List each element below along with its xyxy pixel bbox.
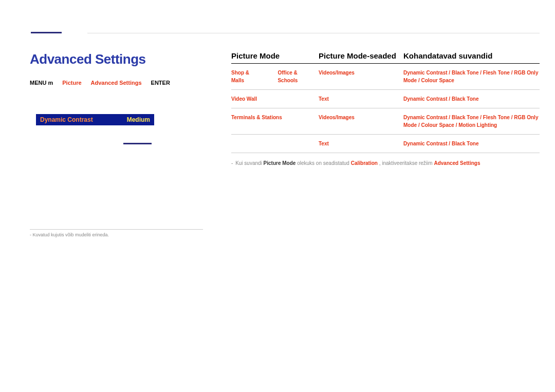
th-picture-mode-seaded: Picture Mode-seaded	[319, 51, 403, 60]
cell-c3: Dynamic Contrast / Black Tone	[403, 140, 540, 147]
note-picture-mode: Picture Mode	[264, 160, 296, 166]
note-text-2: olekuks on seadistatud	[297, 160, 351, 166]
table-row: Terminals & Stations Videos/Images Dynam…	[231, 108, 540, 135]
cell-c2: Text	[319, 140, 403, 147]
cell-c3: Dynamic Contrast / Black Tone / Flesh To…	[403, 69, 540, 84]
bullet-icon: -	[231, 160, 233, 166]
table-body: Shop & Malls Office & Schools Videos/Ima…	[231, 64, 540, 153]
th-picture-mode: Picture Mode	[231, 51, 319, 60]
page-title: Advanced Settings	[30, 51, 146, 67]
setting-label: Dynamic Contrast	[40, 116, 93, 123]
table-row: Video Wall Text Dynamic Contrast / Black…	[231, 90, 540, 108]
cell-c2: Videos/Images	[319, 114, 403, 129]
cell-c2: Text	[319, 95, 403, 103]
table-row: Text Dynamic Contrast / Black Tone	[231, 135, 540, 153]
note-text-1: Kui suvandi	[235, 160, 263, 166]
accent-bar-small	[123, 143, 152, 144]
cell-c1a: Terminals & Stations	[231, 114, 282, 129]
breadcrumb: MENU m Picture Advanced Settings ENTER	[30, 80, 170, 86]
table-header: Picture Mode Picture Mode-seaded Kohanda…	[231, 51, 540, 64]
note-text-3: , inaktiveeritakse režiim	[379, 160, 434, 166]
breadcrumb-advanced: Advanced Settings	[91, 80, 142, 86]
cell-c3: Dynamic Contrast / Black Tone	[403, 95, 540, 103]
note-calibration: Calibration	[351, 160, 378, 166]
cell-c2: Videos/Images	[319, 69, 403, 84]
breadcrumb-picture: Picture	[62, 80, 81, 86]
accent-bar	[31, 32, 62, 33]
cell-c3: Dynamic Contrast / Black Tone / Flesh To…	[403, 114, 540, 129]
horizontal-rule	[87, 33, 540, 33]
setting-value: Medium	[127, 116, 150, 123]
setting-row-dynamic-contrast[interactable]: Dynamic Contrast Medium	[36, 114, 154, 125]
breadcrumb-menu: MENU m	[30, 80, 53, 86]
settings-table: Picture Mode Picture Mode-seaded Kohanda…	[231, 51, 540, 166]
cell-c1a: Video Wall	[231, 95, 257, 103]
horizontal-rule-left	[30, 229, 203, 230]
cell-c1b: Office & Schools	[278, 69, 319, 84]
cell-c1a: Shop & Malls	[231, 69, 263, 84]
table-note: - Kui suvandi Picture Mode olekuks on se…	[231, 160, 540, 166]
breadcrumb-enter: ENTER	[151, 80, 170, 86]
table-row: Shop & Malls Office & Schools Videos/Ima…	[231, 64, 540, 90]
note-advanced-settings: Advanced Settings	[434, 160, 480, 166]
th-customizable: Kohandatavad suvandid	[403, 51, 540, 60]
footnote-left: - Kuvatud kujutis võib mudeliti erineda.	[30, 232, 109, 237]
